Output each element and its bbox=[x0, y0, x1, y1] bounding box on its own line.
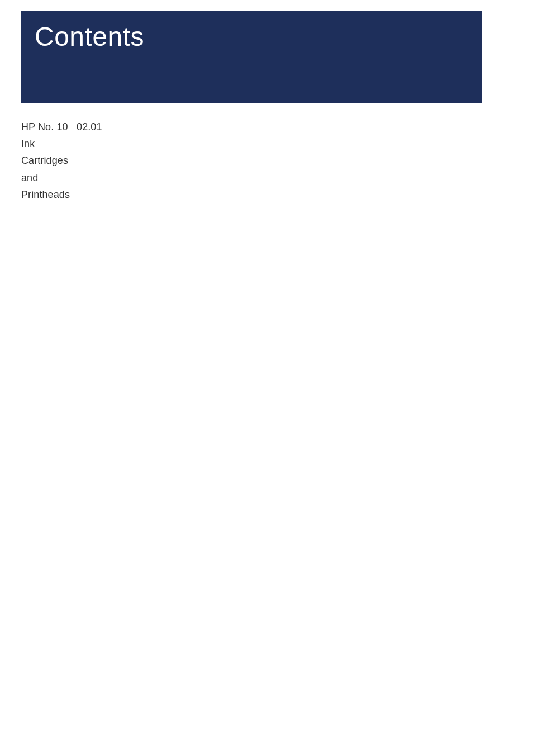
document-page: Contents HP No. 10 Ink Cartridges and Pr… bbox=[0, 0, 533, 756]
table-of-contents: HP No. 10 Ink Cartridges and Printheads … bbox=[21, 119, 482, 756]
page-title: Contents bbox=[35, 21, 468, 52]
header-band: Contents bbox=[21, 11, 482, 103]
toc-entry-label: HP No. 10 Ink Cartridges and Printheads bbox=[21, 119, 70, 203]
toc-entry-page: 02.01 bbox=[70, 119, 533, 756]
toc-entry: HP No. 10 Ink Cartridges and Printheads … bbox=[21, 119, 482, 756]
